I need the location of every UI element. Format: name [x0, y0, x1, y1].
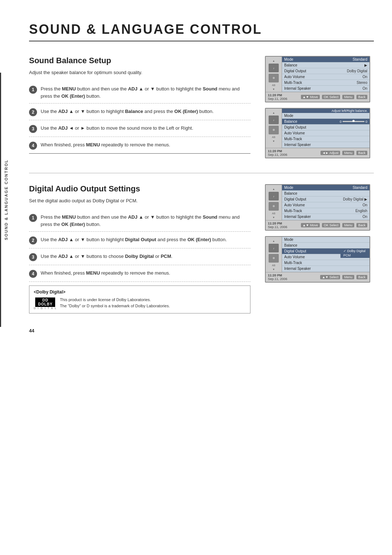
da-tv-row-mode-1: ModeStandard	[282, 185, 369, 191]
tv-row-internal-speaker-2: Internal Speaker	[282, 142, 369, 148]
da-tv-bottom-1: 11:20 PM Sep.11, 2006 ▲▼ Move OK Select …	[266, 220, 369, 230]
da-tv-row-internal-2: Internal Speaker	[282, 266, 369, 272]
tv-row-balance-1: Balance▶	[282, 62, 369, 68]
sound-balance-text: Sound Balance Setup Adjust the speaker b…	[29, 56, 250, 158]
dolby-title: <Dolby Digital>	[34, 289, 246, 295]
tv-time-2: 11:20 PM Sep.11, 2006	[268, 149, 287, 157]
tv-buttons-1: ▲▼ Move OK Select Menu Back	[301, 95, 367, 99]
tv-icon-sound-2: ♪	[269, 116, 279, 124]
digital-audio-step-1: 1 Press the MENU button and then use the…	[29, 211, 250, 232]
da-tv-time-1: 11:20 PM Sep.11, 2006	[268, 222, 287, 229]
tv-icon-active-2: ⚙	[269, 126, 279, 134]
digital-audio-step-2: 2 Use the ADJ ▲ or ▼ button to highlight…	[29, 233, 250, 248]
da-tv-menu-1: ModeStandard Balance Digital OutputDolby…	[282, 185, 369, 220]
sound-balance-step-2: 2 Use the ADJ ▲ or ▼ button to highlight…	[29, 105, 250, 120]
sound-balance-step-1: 1 Press the MENU button and then use the…	[29, 82, 250, 104]
da-tv-row-digital-2: Digital Output ✓ Dolby Digital PCM	[282, 248, 369, 254]
balance-adjust-hint: Adjust left/Right balance.	[282, 109, 369, 113]
side-label: SOUND & LANGUAGE CONTROL	[0, 73, 11, 327]
digital-audio-screen-2: ▲ ♪ ⚙ AB ▼ Mode Balance	[265, 236, 370, 283]
sound-balance-section: Sound Balance Setup Adjust the speaker b…	[29, 56, 374, 158]
tv-row-internal-speaker-1: Internal SpeakerOn	[282, 86, 369, 92]
page-title: SOUND & LANGUAGE CONTROL	[29, 22, 374, 41]
dolby-logo-subtitle: D I G I T A L	[34, 307, 57, 309]
tv-menu-2: Adjust left/Right balance. Mode Balance …	[282, 109, 369, 148]
da-step-text-1: Press the MENU button and then use the A…	[41, 214, 250, 228]
da-tv-row-multi-1: Multi-TrackEnglish	[282, 208, 369, 214]
da-step-number-2: 2	[29, 236, 37, 244]
da-tv-row-internal-1: Internal SpeakerOn	[282, 214, 369, 220]
da-tv-row-balance-1: Balance	[282, 191, 369, 197]
digital-audio-images: ▲ ♪ ⚙ AB ▼ ModeStandard Balance	[265, 184, 374, 313]
step-text-2: Use the ADJ ▲ or ▼ button to highlight B…	[41, 108, 214, 115]
da-step-number-4: 4	[29, 270, 37, 278]
tv-buttons-2: ◄► Adjust Menu Back	[320, 151, 367, 155]
step-text-3: Use the ADJ ◄ or ► button to move the so…	[41, 125, 193, 132]
da-tv-sidebar-1: ▲ ♪ ⚙ AB ▼	[266, 185, 282, 220]
tv-row-digital-output-2: Digital Output	[282, 125, 369, 130]
step-number-3: 3	[29, 125, 37, 133]
dolby-description: This product is under license of Dolby L…	[60, 297, 170, 309]
tv-row-digital-output-1: Digital OutputDolby Digital	[282, 68, 369, 74]
digital-audio-step-4: 4 When finished, press MENU repeatedly t…	[29, 267, 250, 282]
da-step-number-3: 3	[29, 253, 37, 261]
page-number: 44	[29, 328, 374, 333]
tv-bottom-2: 11:20 PM Sep.11, 2006 ◄► Adjust Menu Bac…	[266, 148, 369, 158]
tv-row-multi-track-1: Multi-TrackStereo	[282, 80, 369, 86]
da-tv-time-2: 11:20 PM Sep.11, 2006	[268, 274, 287, 281]
da-step-number-1: 1	[29, 214, 37, 222]
da-step-text-3: Use the ADJ ▲ or ▼ buttons to choose Dol…	[41, 253, 172, 260]
step-text-1: Press the MENU button and then use the A…	[41, 85, 250, 100]
tv-row-auto-volume-1: Auto VolumeOn	[282, 74, 369, 80]
tv-bottom-1: 11:20 PM Sep.11, 2006 ▲▼ Move OK Select …	[266, 92, 369, 102]
step-number-4: 4	[29, 142, 37, 150]
tv-icon-sound: ♪	[269, 64, 279, 72]
da-tv-row-auto-1: Auto VolumeOn	[282, 202, 369, 208]
sound-balance-step-4: 4 When finished, press MENU repeatedly t…	[29, 138, 250, 154]
tv-menu-1: ModeStandard Balance▶ Digital OutputDolb…	[282, 57, 369, 92]
da-tv-bottom-2: 11:20 PM Sep.11, 2006 ▲▼ Select Menu Bac…	[266, 272, 369, 282]
digital-audio-section: Digital Audio Output Settings Set the di…	[29, 184, 374, 313]
da-tv-row-multi-2: Multi-Track	[282, 260, 369, 266]
tv-row-mode-1: ModeStandard	[282, 57, 369, 62]
da-tv-icon-active-1: ⚙	[269, 202, 279, 211]
digital-audio-heading: Digital Audio Output Settings	[29, 184, 250, 194]
da-tv-icon-active-2: ⚙	[269, 254, 279, 263]
tv-row-mode-2: Mode	[282, 113, 369, 119]
sound-balance-description: Adjust the speaker balance for optimum s…	[29, 70, 250, 75]
digital-audio-step-3: 3 Use the ADJ ▲ or ▼ buttons to choose D…	[29, 250, 250, 265]
da-tv-buttons-1: ▲▼ Move OK Select Menu Back	[301, 223, 367, 227]
tv-icon-active: ⚙	[269, 74, 279, 82]
sound-balance-screen-2: ▲ ♪ ⚙ AB ▼ Adjust left/Right balance. Mo…	[265, 108, 370, 158]
tv-sidebar-2: ▲ ♪ ⚙ AB ▼	[266, 109, 282, 148]
dolby-logo: DD DOLBY D I G I T A L This product is u…	[34, 297, 246, 309]
tv-row-multi-track-2: Multi-Track	[282, 136, 369, 142]
sound-balance-images: ▲ ♪ ⚙ AB ▼ ModeStandard Balance▶	[265, 56, 374, 158]
da-step-text-2: Use the ADJ ▲ or ▼ button to highlight D…	[41, 236, 227, 243]
da-tv-row-mode-2: Mode	[282, 237, 369, 243]
da-tv-sidebar-2: ▲ ♪ ⚙ AB ▼	[266, 237, 282, 272]
dolby-logo-image: DD DOLBY	[35, 297, 55, 307]
digital-audio-description: Set the digital audio output as Dolby Di…	[29, 198, 250, 203]
step-text-4: When finished, press MENU repeatedly to …	[41, 141, 170, 149]
da-tv-menu-2: Mode Balance Digital Output ✓ Dolby Digi…	[282, 237, 369, 272]
tv-row-balance-2: Balance 0 0	[282, 119, 369, 125]
tv-sidebar-1: ▲ ♪ ⚙ AB ▼	[266, 57, 282, 92]
tv-row-auto-volume-2: Auto Volume	[282, 130, 369, 136]
da-tv-buttons-2: ▲▼ Select Menu Back	[320, 275, 367, 279]
step-number-2: 2	[29, 108, 37, 116]
sound-balance-step-3: 3 Use the ADJ ◄ or ► button to move the …	[29, 122, 250, 137]
da-tv-row-digital-1: Digital OutputDolby Digital ▶	[282, 197, 369, 202]
sound-balance-heading: Sound Balance Setup	[29, 56, 250, 65]
digital-audio-screen-1: ▲ ♪ ⚙ AB ▼ ModeStandard Balance	[265, 184, 370, 231]
da-step-text-4: When finished, press MENU repeatedly to …	[41, 270, 170, 277]
dolby-box: <Dolby Digital> DD DOLBY D I G I T A L T…	[29, 285, 250, 313]
digital-audio-text: Digital Audio Output Settings Set the di…	[29, 184, 250, 313]
step-number-1: 1	[29, 86, 37, 94]
sound-balance-screen-1: ▲ ♪ ⚙ AB ▼ ModeStandard Balance▶	[265, 56, 370, 102]
da-tv-row-balance-2: Balance	[282, 243, 369, 248]
section-divider	[29, 173, 374, 173]
da-tv-icon-1: ♪	[269, 192, 279, 200]
tv-time-1: 11:20 PM Sep.11, 2006	[268, 93, 287, 101]
da-tv-icon-2: ♪	[269, 244, 279, 252]
